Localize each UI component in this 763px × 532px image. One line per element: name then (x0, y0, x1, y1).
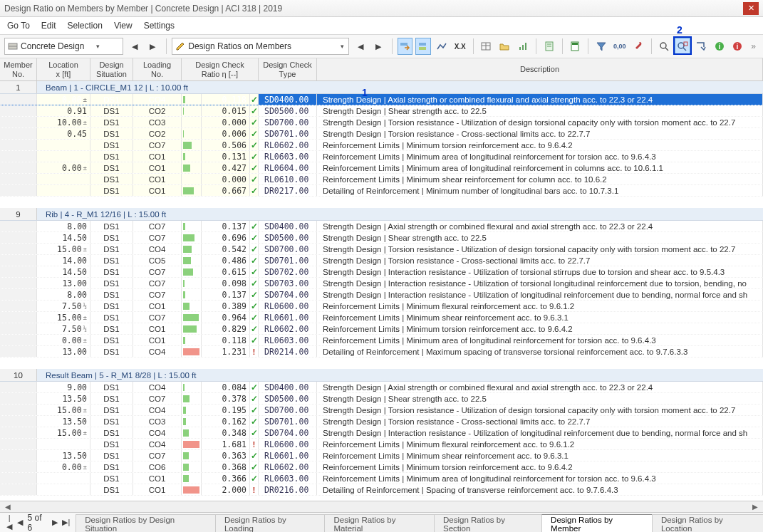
h-scrollbar[interactable]: ◀ ▶ (0, 501, 763, 512)
col-desc[interactable]: Description (317, 58, 763, 80)
table-row[interactable]: 8.00DS1CO70.137✓SD0704.00Strength Design… (0, 289, 763, 301)
table-row[interactable]: 14.50DS1CO70.696✓SD0500.00Strength Desig… (0, 232, 763, 244)
grid-body[interactable]: 1Beam | 1 - CIRCLE_M1 12 | L : 10.00 ft0… (0, 81, 763, 501)
svg-rect-20 (684, 42, 687, 46)
last-page-button[interactable]: ▶| (62, 518, 70, 527)
table-row[interactable]: 15.00±DS1CO40.542✓SD0700.00Strength Desi… (0, 244, 763, 255)
menu-edit[interactable]: Edit (41, 21, 56, 31)
table-row[interactable]: 13.00DS1CO41.231!DR0214.00Detailing of R… (0, 346, 763, 358)
col-type[interactable]: Design CheckType (259, 58, 317, 80)
group-header[interactable]: 9Rib | 4 - R_M1 12/16 | L : 15.00 ft (0, 208, 763, 221)
scroll-left-icon[interactable]: ◀ (3, 502, 13, 512)
xx-icon[interactable]: X.X (452, 38, 468, 55)
table-row[interactable]: 10.00±DS1CO30.000✓SD0700.00Strength Desi… (0, 117, 763, 128)
chevron-down-icon: ▾ (95, 43, 101, 50)
result-next-button[interactable]: ▶ (370, 38, 387, 55)
jump-icon[interactable] (693, 38, 709, 55)
menu-view[interactable]: View (114, 21, 133, 31)
find-in-view-icon[interactable] (675, 38, 690, 55)
col-member-no[interactable]: MemberNo. (0, 58, 37, 80)
table-row[interactable]: DS1CO10.000✓RL0610.00Reinforcement Limit… (0, 174, 763, 185)
table-row[interactable]: 13.50DS1CO30.162✓SD0701.00Strength Desig… (0, 416, 763, 427)
show-row-with-result-icon[interactable] (415, 38, 431, 55)
table-row[interactable]: 8.00DS1CO70.137✓SD0400.00Strength Design… (0, 221, 763, 232)
svg-rect-8 (519, 47, 521, 50)
calc-icon[interactable] (567, 38, 583, 55)
member-no: 9 (0, 208, 37, 220)
tab-design-ratios-by-material[interactable]: Design Ratios by Material (324, 514, 434, 532)
col-ratio[interactable]: Design CheckRatio η [--] (182, 58, 259, 80)
table-row[interactable]: 0.00±DS1CO40.118✓SD0400.00Strength Desig… (0, 94, 763, 105)
info-red-icon[interactable]: i (730, 38, 746, 55)
tab-design-ratios-by-design-situation[interactable]: Design Ratios by Design Situation (76, 514, 215, 532)
menu-settings[interactable]: Settings (144, 21, 175, 31)
table-row[interactable]: 15.00±DS1CO40.348✓SD0704.00Strength Desi… (0, 427, 763, 439)
group-header[interactable]: 10Result Beam | 5 - R_M1 8/28 | L : 15.0… (0, 369, 763, 382)
table-row[interactable]: 0.91DS1CO20.015✓SD0500.00Strength Design… (0, 105, 763, 117)
table-row[interactable]: 7.50½DS1CO10.829✓RL0602.00Reinforcement … (0, 323, 763, 335)
tab-design-ratios-by-section[interactable]: Design Ratios by Section (434, 514, 541, 532)
module-next-button[interactable]: ▶ (144, 38, 161, 55)
table-row[interactable]: 0.00±DS1CO60.368✓RL0602.00Reinforcement … (0, 461, 763, 473)
table-row[interactable]: DS1CO10.366✓RL0603.00Reinforcement Limit… (0, 473, 763, 484)
table-row[interactable]: 7.50½DS1CO10.389✓RL0600.00Reinforcement … (0, 301, 763, 312)
chart-icon[interactable] (515, 38, 531, 55)
tab-design-ratios-by-location[interactable]: Design Ratios by Location (652, 514, 763, 532)
folder-icon[interactable] (497, 38, 512, 55)
table-row[interactable]: 15.00±DS1CO70.964✓RL0601.00Reinforcement… (0, 312, 763, 323)
table-row[interactable]: DS1CO70.506✓RL0602.00Reinforcement Limit… (0, 140, 763, 151)
table-row[interactable]: DS1CO10.667✓DR0217.00Detailing of Reinfo… (0, 185, 763, 197)
table-row[interactable]: 0.45DS1CO20.006✓SD0701.00Strength Design… (0, 128, 763, 140)
table-row[interactable]: 0.00±DS1CO10.427✓RL0604.00Reinforcement … (0, 162, 763, 174)
decimal-icon[interactable]: 0,00 (612, 38, 628, 55)
table-row[interactable]: DS1CO41.681!RL0600.00Reinforcement Limit… (0, 439, 763, 450)
col-ds[interactable]: DesignSituation (90, 58, 133, 80)
menu-selection[interactable]: Selection (68, 21, 103, 31)
member-no: 1 (0, 81, 37, 93)
toolbar: Concrete Design ▾ ◀ ▶ Design Ratios on M… (0, 34, 763, 58)
table-row[interactable]: 9.00DS1CO40.084✓SD0400.00Strength Design… (0, 382, 763, 393)
table-row[interactable]: 0.00±DS1CO10.118✓RL0603.00Reinforcement … (0, 335, 763, 346)
find-icon[interactable] (656, 38, 672, 55)
module-prev-button[interactable]: ◀ (126, 38, 143, 55)
window-title: Design Ratio on Members by Member | Conc… (4, 4, 743, 14)
table-row[interactable]: 14.00DS1CO50.486✓SD0701.00Strength Desig… (0, 255, 763, 266)
info-green-icon[interactable]: i (712, 38, 727, 55)
footer: |◀ ◀ 5 of 6 ▶ ▶| Design Ratios by Design… (0, 512, 763, 532)
show-row-with-max-icon[interactable] (398, 38, 413, 55)
graphic-icon[interactable] (434, 38, 450, 55)
result-combo[interactable]: Design Ratios on Members ▾ (172, 38, 348, 55)
col-loading[interactable]: LoadingNo. (133, 58, 182, 80)
col-location[interactable]: Locationx [ft] (37, 58, 90, 80)
group-header[interactable]: 1Beam | 1 - CIRCLE_M1 12 | L : 10.00 ft (0, 81, 763, 94)
filter-icon[interactable] (593, 38, 609, 55)
table-row[interactable]: 13.00DS1CO70.098✓SD0703.00Strength Desig… (0, 278, 763, 289)
module-combo-label: Concrete Design (21, 41, 92, 51)
titlebar: Design Ratio on Members by Member | Conc… (0, 0, 763, 17)
close-button[interactable]: ✕ (743, 2, 759, 15)
report-icon[interactable] (541, 38, 557, 55)
table-row[interactable]: 15.00±DS1CO40.195✓SD0700.00Strength Desi… (0, 405, 763, 416)
menu-go-to[interactable]: Go To (7, 21, 30, 31)
footer-tabs: Design Ratios by Design SituationDesign … (76, 513, 763, 532)
page-nav: |◀ ◀ 5 of 6 ▶ ▶| (0, 513, 76, 533)
result-prev-button[interactable]: ◀ (352, 38, 369, 55)
table-icon[interactable] (479, 38, 494, 55)
table-row[interactable]: 14.50DS1CO70.615✓SD0702.00Strength Desig… (0, 266, 763, 278)
toolbar-overflow[interactable]: » (748, 41, 759, 51)
pencil-icon (175, 41, 185, 51)
module-combo[interactable]: Concrete Design ▾ (4, 38, 123, 55)
table-row[interactable]: 13.50DS1CO70.363✓RL0601.00Reinforcement … (0, 450, 763, 461)
prev-page-button[interactable]: ◀ (17, 518, 23, 527)
svg-rect-10 (525, 43, 526, 50)
wrench-icon[interactable] (630, 38, 646, 55)
table-row[interactable]: DS1CO10.131✓RL0603.00Reinforcement Limit… (0, 151, 763, 162)
first-page-button[interactable]: |◀ (6, 513, 13, 531)
table-row[interactable]: 13.50DS1CO70.378✓SD0500.00Strength Desig… (0, 393, 763, 405)
scroll-right-icon[interactable]: ▶ (750, 502, 760, 512)
tab-design-ratios-by-member[interactable]: Design Ratios by Member (541, 514, 652, 532)
result-nav: ◀ ▶ (352, 38, 387, 55)
next-page-button[interactable]: ▶ (52, 518, 58, 527)
tab-design-ratios-by-loading[interactable]: Design Ratios by Loading (215, 514, 325, 532)
table-row[interactable]: DS1CO12.000!DR0216.00Detailing of Reinfo… (0, 484, 763, 496)
